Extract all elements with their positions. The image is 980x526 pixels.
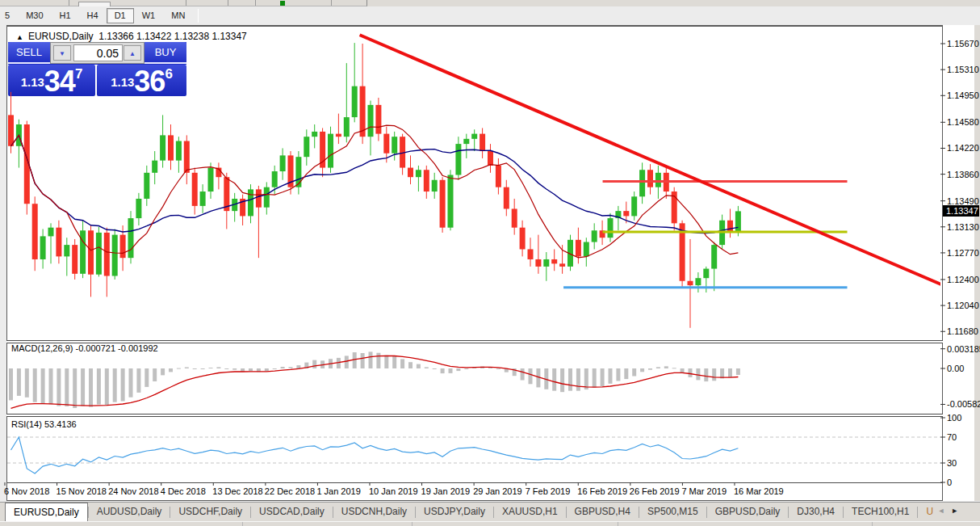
macd-indicator-label: MACD(12,26,9) -0.000721 -0.001992 — [11, 343, 158, 353]
timeframe-button-H4[interactable]: H4 — [79, 8, 107, 23]
chart-tab-bar: EURUSD,DailyAUDUSD,DailyUSDCHF,DailyUSDC… — [0, 502, 980, 521]
lot-size-group: ▼ ▲ — [50, 42, 144, 64]
date-axis-label: 13 Dec 2018 — [212, 486, 262, 496]
date-axis-label: 16 Mar 2019 — [734, 486, 784, 496]
price-axis-label: 1.14220 — [947, 143, 979, 153]
rsi-axis-label: 70 — [947, 432, 957, 442]
rsi-axis-label: 0 — [947, 478, 952, 487]
date-axis-label: 24 Nov 2018 — [108, 486, 158, 496]
price-axis-label: 1.13490 — [947, 196, 979, 206]
price-axis-label: 1.13130 — [947, 222, 979, 232]
price-axis-label: 1.15310 — [947, 65, 979, 74]
buy-button[interactable]: BUY — [144, 42, 186, 64]
macd-axis-label: -0.005827 — [947, 399, 980, 409]
price-axis-label: 1.11680 — [947, 326, 978, 336]
status-divider — [242, 522, 243, 526]
date-axis-label: 7 Feb 2019 — [526, 486, 571, 496]
date-axis-label: 10 Jan 2019 — [369, 486, 418, 496]
lot-increase-button[interactable]: ▲ — [124, 45, 141, 61]
date-axis-label: 4 Dec 2018 — [161, 486, 206, 496]
tab-gbpusd-h4[interactable]: GBPUSD,H4 — [567, 503, 639, 521]
tab-scroll-right-icon[interactable]: ► — [948, 507, 961, 515]
macd-axis-label: 0.00 — [947, 364, 964, 373]
tab-sp500-m15[interactable]: SP500,M15 — [639, 503, 706, 521]
status-bar-partial — [0, 521, 980, 526]
timeframe-button-5[interactable]: 5 — [0, 8, 18, 23]
sell-button[interactable]: SELL — [8, 42, 50, 64]
lot-decrease-button[interactable]: ▼ — [53, 45, 71, 61]
date-axis-label: 7 Mar 2019 — [681, 486, 727, 496]
buy-price-base: 1.13 — [111, 75, 134, 89]
one-click-trading-panel: SELL ▼ ▲ BUY 1.13347 1.13366 — [8, 42, 186, 96]
chart-ohlc-values: 1.13366 1.13422 1.13238 1.13347 — [98, 31, 247, 42]
sell-price-base: 1.13 — [21, 75, 44, 89]
timeframe-button-MN[interactable]: MN — [163, 8, 193, 23]
trade-panel-top: SELL ▼ ▲ BUY — [8, 42, 186, 65]
status-divider — [618, 522, 618, 526]
date-axis-label: 6 Nov 2018 — [4, 486, 49, 496]
toolbar-divider — [228, 0, 228, 6]
macd-axis-label: 0.003185 — [947, 344, 980, 354]
date-axis-label: 15 Nov 2018 — [57, 486, 107, 496]
chart-title: ▲EURUSD,Daily 1.13366 1.13422 1.13238 1.… — [16, 31, 247, 42]
rsi-indicator-label: RSI(14) 53.4136 — [11, 419, 77, 429]
timeframe-toolbar: 5M30H1H4D1W1MN — [0, 6, 980, 25]
date-axis-label: 19 Jan 2019 — [421, 486, 471, 496]
status-divider — [872, 522, 873, 526]
trading-platform-window: 5M30H1H4D1W1MN ▲EURUSD,Daily 1.13366 1.1… — [0, 0, 980, 526]
tab-xauusd-h1[interactable]: XAUUSD,H1 — [494, 503, 566, 521]
toolbar-separator — [198, 9, 199, 23]
status-divider — [412, 522, 413, 526]
chart-symbol-label: EURUSD,Daily — [28, 31, 94, 42]
collapse-triangle-icon[interactable]: ▲ — [16, 33, 23, 41]
price-axis-label: 1.12770 — [947, 248, 979, 258]
date-axis-label: 16 Feb 2019 — [577, 486, 627, 496]
price-axis-label: 1.12040 — [947, 301, 979, 310]
tab-usdcad-daily[interactable]: USDCAD,Daily — [251, 503, 333, 521]
price-axis-label: 1.13860 — [947, 170, 979, 179]
sell-price-display[interactable]: 1.13347 — [8, 65, 95, 96]
top-toolbar-partial — [0, 0, 980, 6]
tab-gbpusd-daily[interactable]: GBPUSD,Daily — [707, 503, 789, 521]
date-axis-label: 1 Jan 2019 — [316, 486, 360, 496]
timeframe-button-W1[interactable]: W1 — [134, 8, 164, 23]
tab-u[interactable]: U — [918, 503, 934, 521]
price-axis-label: 1.12400 — [947, 275, 979, 284]
date-axis-label: 29 Jan 2019 — [473, 486, 522, 496]
timeframe-button-M30[interactable]: M30 — [18, 8, 51, 23]
sell-price-point: 7 — [75, 66, 82, 82]
price-axis-label: 1.14580 — [947, 117, 979, 127]
rsi-axis-label: 30 — [947, 458, 957, 468]
toolbar-divider — [69, 0, 69, 6]
sell-price-pips: 34 — [44, 65, 75, 98]
toolbar-divider — [331, 0, 332, 6]
tab-usdchf-daily[interactable]: USDCHF,Daily — [170, 503, 250, 521]
timeframe-button-H1[interactable]: H1 — [52, 8, 79, 23]
buy-price-pips: 36 — [134, 65, 165, 98]
tab-audusd-daily[interactable]: AUDUSD,Daily — [89, 503, 170, 521]
buy-price-point: 6 — [165, 66, 172, 82]
panel-separator[interactable] — [6, 414, 943, 417]
tab-dj30-h4[interactable]: DJ30,H4 — [789, 503, 843, 521]
toolbar-frame — [0, 0, 367, 6]
toolbar-divider — [186, 0, 186, 6]
green-indicator-icon — [280, 1, 285, 6]
price-axis-label: 1.14950 — [947, 90, 979, 100]
timeframe-button-D1[interactable]: D1 — [107, 8, 134, 23]
tab-tech100-h1[interactable]: TECH100,H1 — [844, 503, 917, 521]
lot-size-input[interactable] — [73, 44, 123, 61]
date-axis-label: 26 Feb 2019 — [630, 486, 680, 496]
price-axis-label: 1.15670 — [947, 39, 979, 48]
current-price-badge: 1.13347 — [943, 205, 979, 217]
buy-price-display[interactable]: 1.13366 — [97, 65, 186, 96]
tab-usdjpy-daily[interactable]: USDJPY,Daily — [416, 503, 493, 521]
date-axis-label: 22 Dec 2018 — [265, 486, 315, 496]
rsi-axis-label: 100 — [947, 413, 961, 423]
axis-separator — [6, 482, 943, 483]
tab-usdcnh-daily[interactable]: USDCNH,Daily — [333, 503, 415, 521]
tab-scroll-left-icon[interactable]: ◄ — [934, 507, 948, 515]
toolbar-divider — [255, 0, 256, 6]
tab-eurusd-daily[interactable]: EURUSD,Daily — [5, 503, 88, 521]
